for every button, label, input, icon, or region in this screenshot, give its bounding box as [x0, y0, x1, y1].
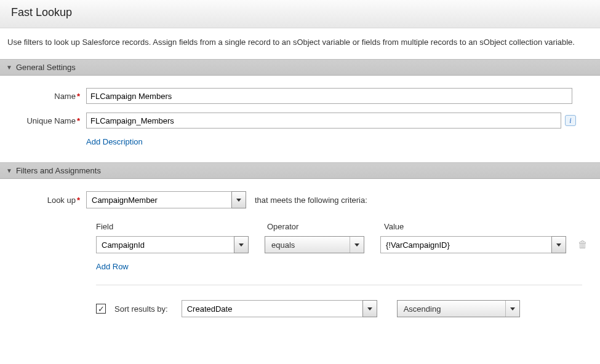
header-field: Field: [96, 222, 267, 231]
chevron-down-icon: [510, 307, 515, 311]
filter-row: equals 🗑: [96, 236, 591, 253]
filter-operator-value: equals: [265, 237, 350, 253]
header-operator: Operator: [267, 222, 384, 231]
collapse-icon: ▼: [6, 167, 12, 174]
sort-checkbox[interactable]: ✓: [96, 304, 106, 314]
filter-value-dropdown-button[interactable]: [551, 236, 566, 253]
sort-row: ✓ Sort results by: Ascending: [96, 300, 591, 317]
sort-label: Sort results by:: [114, 304, 168, 314]
delete-row-icon[interactable]: 🗑: [578, 239, 588, 250]
header-value: Value: [384, 222, 544, 231]
separator: [96, 285, 582, 285]
add-row-container: Add Row: [96, 262, 591, 271]
lookup-input[interactable]: [86, 191, 231, 208]
lookup-label-text: Look up: [47, 196, 76, 205]
section-title-general: General Settings: [16, 63, 76, 72]
name-label: Name*: [9, 92, 86, 101]
sort-field-dropdown-button[interactable]: [362, 300, 377, 317]
sort-field-combo[interactable]: [182, 300, 377, 317]
sort-direction-dropdown-button[interactable]: [506, 301, 519, 317]
add-row-link[interactable]: Add Row: [96, 262, 129, 271]
filters-section-body: Look up* that meets the following criter…: [0, 179, 600, 325]
chevron-down-icon: [367, 307, 372, 311]
sort-direction-select[interactable]: Ascending: [397, 300, 520, 317]
filter-value-input[interactable]: [380, 236, 551, 253]
name-label-text: Name: [54, 92, 76, 101]
filter-field-combo[interactable]: [96, 236, 249, 253]
section-title-filters: Filters and Assignments: [16, 166, 101, 175]
chevron-down-icon: [236, 199, 241, 202]
filter-field-input[interactable]: [96, 236, 234, 253]
chevron-down-icon: [556, 243, 561, 247]
unique-name-label-text: Unique Name: [26, 116, 76, 125]
name-row: Name*: [9, 88, 591, 104]
chevron-down-icon: [354, 243, 359, 247]
required-marker: *: [77, 116, 80, 125]
title-bar: Fast Lookup: [0, 0, 600, 28]
sort-direction-value: Ascending: [398, 301, 506, 317]
unique-name-label: Unique Name*: [9, 116, 86, 125]
filter-headers: Field Operator Value: [96, 222, 591, 231]
add-description-row: Add Description: [9, 137, 591, 146]
section-header-general[interactable]: ▼ General Settings: [0, 59, 600, 76]
filter-field-dropdown-button[interactable]: [234, 236, 249, 253]
sort-field-input[interactable]: [182, 300, 362, 317]
criteria-text: that meets the following criteria:: [255, 196, 367, 205]
lookup-row: Look up* that meets the following criter…: [9, 191, 591, 208]
name-input[interactable]: [86, 88, 572, 104]
lookup-label: Look up*: [9, 196, 86, 205]
lookup-combo[interactable]: [86, 191, 246, 208]
required-marker: *: [77, 196, 80, 205]
section-header-filters[interactable]: ▼ Filters and Assignments: [0, 162, 600, 179]
chevron-down-icon: [239, 243, 244, 247]
unique-name-input[interactable]: [86, 113, 561, 129]
general-section-body: Name* Unique Name* i Add Description: [0, 76, 600, 162]
filter-operator-select[interactable]: equals: [265, 236, 364, 253]
filter-operator-dropdown-button[interactable]: [350, 237, 364, 253]
add-description-link[interactable]: Add Description: [86, 137, 143, 146]
filter-value-combo[interactable]: [380, 236, 566, 253]
intro-text: Use filters to look up Salesforce record…: [0, 28, 600, 59]
info-icon[interactable]: i: [565, 115, 576, 126]
required-marker: *: [77, 92, 80, 101]
page-title: Fast Lookup: [11, 6, 589, 19]
unique-name-row: Unique Name* i: [9, 113, 591, 129]
collapse-icon: ▼: [6, 64, 12, 71]
lookup-dropdown-button[interactable]: [231, 191, 246, 208]
